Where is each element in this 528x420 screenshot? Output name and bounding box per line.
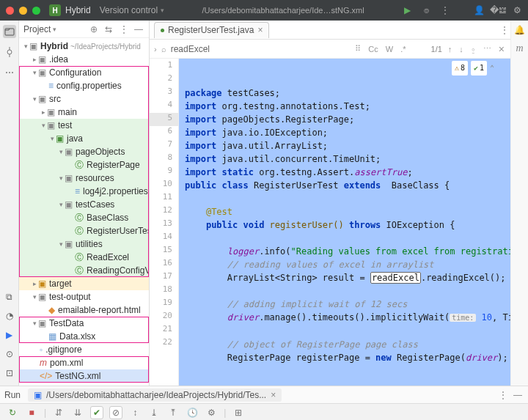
more-icon[interactable]: ⋮ <box>440 5 450 15</box>
debug-tool-icon[interactable]: ⊙ <box>3 347 16 361</box>
left-tool-rail: ⋯ ⧉ ◔ ▶ ⊙ ⊡ <box>0 21 19 386</box>
run-tool-icon[interactable]: ▶ <box>3 328 16 342</box>
maximize-window-icon[interactable] <box>32 7 40 15</box>
problems-tool-icon[interactable]: ⊡ <box>3 366 16 380</box>
tree-row[interactable]: ▾▣test-output <box>19 290 149 303</box>
editor-tabs: RegisterUserTest.java × ⋮ <box>150 21 510 40</box>
project-badge: H <box>49 4 61 16</box>
rerun-icon[interactable]: ↻ <box>6 406 19 419</box>
sort-icon[interactable]: ↕ <box>128 406 142 419</box>
line-gutter: 1234 567 8▶ 910 11▶ 12131415 16171819 20… <box>150 59 179 386</box>
minimize-window-icon[interactable] <box>19 7 27 15</box>
vcs-menu[interactable]: Version control <box>100 5 158 15</box>
search-icon[interactable]: �𝍈 <box>493 5 503 15</box>
tree-row[interactable]: ▸⊞External Libraries <box>19 383 149 386</box>
close-run-tab-icon[interactable]: × <box>271 390 276 400</box>
toggle-tree-icon[interactable]: ⇵ <box>52 406 65 419</box>
code-content[interactable]: ⚠8✔1⌃ package testCases; import org.test… <box>179 59 510 386</box>
tree-row[interactable]: </>TestNG.xml <box>19 369 149 383</box>
tree-row[interactable]: ▾▣Configuration <box>19 66 149 79</box>
tree-row[interactable]: ⒸReadingConfigValues <box>19 264 149 277</box>
hide-run-icon[interactable]: — <box>513 390 524 400</box>
run-toolbar: ↻ ■ | ⇵ ⇊ ✔ ⊘ ↕ ⤓ ⤒ 🕓 ⚙ | ⊞ <box>0 403 528 420</box>
debug-icon[interactable]: ⌾ <box>421 5 431 15</box>
run-config-tab[interactable]: ▣ /Users/debomitabhattacharjee/IdeaProje… <box>28 388 282 402</box>
svg-point-1 <box>7 50 12 54</box>
terminal-tool-icon[interactable]: ⧉ <box>3 290 16 303</box>
tree-row[interactable]: ⒸRegisterUserTest <box>19 224 149 237</box>
stop-icon[interactable]: ■ <box>25 406 38 419</box>
settings-run-icon[interactable]: ⚙ <box>205 406 218 419</box>
tree-row[interactable]: ≡log4j2.properties <box>19 185 149 198</box>
tree-row[interactable]: ▸▣.idea <box>19 53 149 66</box>
tree-row[interactable]: ⒸBaseClass <box>19 211 149 224</box>
more-find-icon[interactable]: ⋯ <box>482 44 493 54</box>
chevron-down-icon: ▾ <box>53 26 56 33</box>
filter-icon[interactable]: ⍛ <box>469 45 477 54</box>
run-options-icon[interactable]: ⋮ <box>499 390 509 400</box>
tree-row[interactable]: ▾▣pageObjects <box>19 145 149 158</box>
notifications-icon[interactable]: 🔔 <box>514 25 525 35</box>
locate-icon[interactable]: ⊕ <box>90 24 100 34</box>
find-input[interactable] <box>171 44 350 54</box>
chevron-right-icon[interactable]: › <box>154 45 157 54</box>
match-case-toggle[interactable]: Cc <box>367 45 379 54</box>
commit-tool-icon[interactable] <box>3 45 16 59</box>
tree-row[interactable]: ▦Data.xlsx <box>19 330 149 343</box>
tree-row[interactable]: ▾▣utilities <box>19 237 149 251</box>
maven-tool-icon[interactable]: m <box>516 43 523 54</box>
run-label[interactable]: Run <box>4 390 21 400</box>
sidebar-title[interactable]: Project <box>23 24 51 34</box>
tab-registerusertest[interactable]: RegisterUserTest.java × <box>154 22 269 38</box>
tree-row[interactable]: ▾▣Hybrid~/IdeaProjects/Hybrid <box>19 40 149 53</box>
build-tool-icon[interactable]: ◔ <box>3 309 16 323</box>
history-icon[interactable]: 🕓 <box>186 406 199 419</box>
tree-row[interactable]: ▾▣test <box>19 119 149 132</box>
tree-row[interactable]: ▸▣main <box>19 106 149 119</box>
tree-row[interactable]: ◦.gitignore <box>19 343 149 356</box>
titlebar: H Hybrid Version control ▾ /Users/debomi… <box>0 0 528 21</box>
tree-row[interactable]: ▾▣resources <box>19 172 149 185</box>
tree-row[interactable]: ◆emailable-report.html <box>19 303 149 317</box>
modified-indicator-icon <box>161 29 164 32</box>
export-icon[interactable]: ⤒ <box>166 406 180 419</box>
show-passed-icon[interactable]: ✔ <box>90 406 103 419</box>
run-icon[interactable]: ▶ <box>402 5 412 15</box>
tree-row[interactable]: ▾▣testCases <box>19 198 149 211</box>
tab-options-icon[interactable]: ⋮ <box>500 25 510 35</box>
project-tree[interactable]: ▾▣Hybrid~/IdeaProjects/Hybrid ▸▣.idea ▾▣… <box>19 38 149 386</box>
close-tab-icon[interactable]: × <box>257 25 263 35</box>
editor-body[interactable]: 1234 567 8▶ 910 11▶ 12131415 16171819 20… <box>150 59 510 386</box>
inspection-badges[interactable]: ⚠8✔1⌃ <box>452 61 494 75</box>
tree-row[interactable]: ≡config.properties <box>19 79 149 92</box>
whole-word-toggle[interactable]: W <box>384 45 395 54</box>
tree-row[interactable]: mpom.xml <box>19 356 149 369</box>
tree-row[interactable]: ⒸRegisterPage <box>19 158 149 172</box>
import-icon[interactable]: ⤓ <box>147 406 161 419</box>
layout-icon[interactable]: ⊞ <box>232 406 245 419</box>
tree-row[interactable]: ▾▣TestData <box>19 317 149 330</box>
bottom-tool-tabs: Run ▣ /Users/debomitabhattacharjee/IdeaP… <box>0 386 528 403</box>
user-icon[interactable]: 👤 <box>474 5 484 15</box>
close-window-icon[interactable] <box>6 7 14 15</box>
tree-row[interactable]: ⒸReadExcel <box>19 251 149 264</box>
expand-icon[interactable]: ⇆ <box>105 24 115 34</box>
show-ignored-icon[interactable]: ⊘ <box>109 406 122 419</box>
project-tool-icon[interactable] <box>3 25 16 38</box>
run-config-icon: ▣ <box>34 390 42 400</box>
structure-tool-icon[interactable]: ⋯ <box>3 66 16 79</box>
hide-icon[interactable]: — <box>134 24 144 34</box>
tree-row[interactable]: ▾▣java <box>19 132 149 145</box>
find-options-icon[interactable]: ⠿ <box>353 44 362 54</box>
close-find-icon[interactable]: × <box>497 43 506 55</box>
prev-match-icon[interactable]: ↑ <box>447 45 454 54</box>
next-match-icon[interactable]: ↓ <box>458 45 465 54</box>
tree-row[interactable]: ▾▣src <box>19 92 149 106</box>
regex-toggle[interactable]: .* <box>399 45 407 54</box>
settings-icon[interactable]: ⚙ <box>512 5 522 15</box>
sidebar-header: Project ▾ ⊕ ⇆ ⋮ — <box>19 21 149 38</box>
tree-row[interactable]: ▸▣target <box>19 277 149 290</box>
search-icon: ⌕ <box>161 45 166 54</box>
collapse-icon[interactable]: ⋮ <box>120 24 130 34</box>
expand-all-icon[interactable]: ⇊ <box>71 406 84 419</box>
